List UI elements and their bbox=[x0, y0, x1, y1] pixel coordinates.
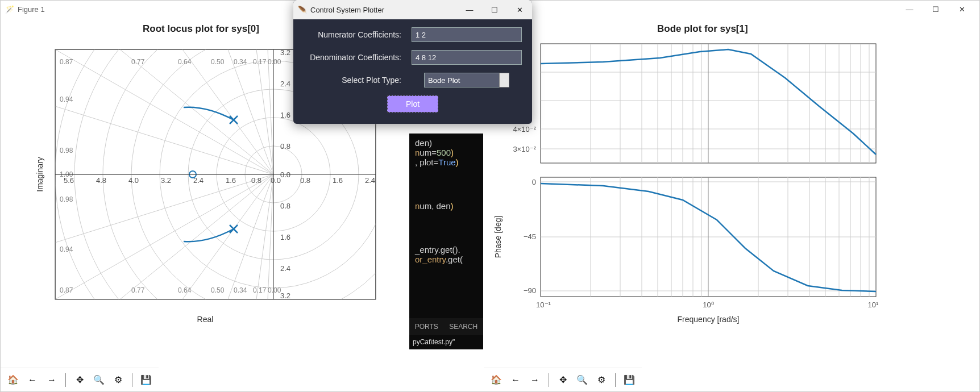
svg-text:0.17: 0.17 bbox=[253, 286, 267, 294]
figure-title: Figure 1 bbox=[18, 5, 45, 14]
svg-text:5.6: 5.6 bbox=[64, 176, 74, 185]
back-icon[interactable]: ← bbox=[23, 371, 41, 389]
svg-text:2.4: 2.4 bbox=[280, 264, 290, 273]
pan-icon[interactable]: ✥ bbox=[554, 371, 572, 389]
forward-icon[interactable]: → bbox=[43, 371, 61, 389]
svg-text:0.50: 0.50 bbox=[211, 286, 225, 294]
svg-text:0: 0 bbox=[532, 178, 536, 186]
svg-text:4.8: 4.8 bbox=[96, 176, 106, 185]
configure-icon[interactable]: ⚙ bbox=[109, 371, 127, 389]
svg-line-22 bbox=[55, 174, 273, 243]
pan-icon[interactable]: ✥ bbox=[70, 371, 89, 389]
svg-text:0.8: 0.8 bbox=[280, 142, 290, 151]
svg-text:2.4: 2.4 bbox=[280, 80, 290, 88]
numerator-input[interactable] bbox=[412, 27, 522, 42]
x-axis-label-right: Frequency [rad/s] bbox=[678, 315, 740, 324]
phase-axis-label: Phase [deg] bbox=[493, 216, 503, 258]
feather-icon: 🪶 bbox=[298, 6, 307, 14]
svg-text:10⁰: 10⁰ bbox=[703, 301, 713, 309]
svg-text:3.2: 3.2 bbox=[280, 48, 290, 57]
svg-line-11 bbox=[182, 49, 273, 174]
chevron-down-icon[interactable]: ▾ bbox=[499, 73, 509, 87]
svg-text:2.4: 2.4 bbox=[365, 176, 375, 185]
y-axis-label: Imaginary bbox=[35, 157, 44, 191]
maximize-button[interactable]: ☐ bbox=[482, 0, 507, 19]
tab-ports[interactable]: PORTS bbox=[415, 323, 438, 331]
svg-text:0.77: 0.77 bbox=[131, 58, 145, 66]
svg-text:0.98: 0.98 bbox=[60, 195, 73, 203]
code-editor-fragment: den) num=500) , plot=True) num, den) _en… bbox=[409, 134, 483, 338]
save-icon[interactable]: 💾 bbox=[620, 371, 638, 389]
minimize-button[interactable]: — bbox=[896, 1, 923, 18]
svg-text:0.8: 0.8 bbox=[300, 176, 310, 185]
svg-text:1.6: 1.6 bbox=[333, 176, 343, 185]
svg-line-9 bbox=[55, 49, 273, 174]
svg-text:10¹: 10¹ bbox=[868, 301, 879, 309]
svg-text:0.00: 0.00 bbox=[268, 58, 281, 66]
maximize-button[interactable]: ☐ bbox=[923, 1, 949, 18]
svg-text:0.34: 0.34 bbox=[234, 58, 247, 66]
tab-search[interactable]: SEARCH bbox=[449, 323, 477, 331]
svg-text:0.87: 0.87 bbox=[60, 58, 73, 66]
svg-text:10⁻¹: 10⁻¹ bbox=[536, 301, 551, 309]
close-button[interactable]: ✕ bbox=[507, 0, 532, 19]
home-icon[interactable]: 🏠 bbox=[4, 371, 22, 389]
svg-text:0.00: 0.00 bbox=[268, 286, 281, 294]
type-label: Select Plot Type: bbox=[304, 76, 412, 85]
back-icon[interactable]: ← bbox=[506, 371, 525, 389]
right-plot-title: Bode plot for sys[1] bbox=[657, 23, 748, 35]
svg-text:0.64: 0.64 bbox=[178, 286, 192, 294]
svg-text:0.98: 0.98 bbox=[60, 147, 73, 155]
svg-text:0.94: 0.94 bbox=[60, 95, 73, 103]
svg-text:0.94: 0.94 bbox=[60, 245, 73, 253]
svg-text:0.34: 0.34 bbox=[234, 286, 247, 294]
minimize-button[interactable]: — bbox=[457, 0, 482, 19]
svg-text:3×10⁻²: 3×10⁻² bbox=[513, 145, 536, 153]
matplotlib-toolbar-right: 🏠 ← → ✥ 🔍 ⚙ 💾 bbox=[484, 368, 642, 391]
x-axis-label: Real bbox=[197, 315, 214, 324]
denominator-input[interactable] bbox=[412, 50, 522, 65]
terminal-fragment: pyCat\test.py" bbox=[409, 335, 483, 349]
svg-text:0.0: 0.0 bbox=[271, 176, 281, 185]
svg-text:0.87: 0.87 bbox=[60, 286, 73, 294]
matplotlib-toolbar-left: 🏠 ← → ✥ 🔍 ⚙ 💾 bbox=[1, 368, 159, 391]
left-plot-title: Root locus plot for sys[0] bbox=[143, 23, 259, 35]
svg-text:1.6: 1.6 bbox=[280, 233, 290, 241]
den-label: Denominator Coefficients: bbox=[304, 53, 412, 62]
svg-rect-25 bbox=[35, 299, 398, 328]
svg-text:3.2: 3.2 bbox=[280, 291, 290, 300]
svg-line-21 bbox=[55, 106, 273, 174]
home-icon[interactable]: 🏠 bbox=[487, 371, 505, 389]
configure-icon[interactable]: ⚙ bbox=[592, 371, 611, 389]
svg-text:1.6: 1.6 bbox=[226, 176, 236, 185]
svg-line-17 bbox=[182, 174, 273, 299]
svg-text:−90: −90 bbox=[524, 286, 536, 295]
svg-text:0.8: 0.8 bbox=[280, 202, 290, 210]
plot-button[interactable]: Plot bbox=[387, 95, 438, 112]
control-system-plotter-dialog: 🪶 Control System Plotter — ☐ ✕ Numerator… bbox=[293, 0, 532, 124]
svg-text:−45: −45 bbox=[524, 232, 536, 241]
app-icon: 🪄 bbox=[5, 5, 14, 14]
editor-tab-bar: PORTS SEARCH bbox=[409, 318, 483, 335]
svg-text:0.64: 0.64 bbox=[178, 58, 192, 66]
save-icon[interactable]: 💾 bbox=[137, 371, 155, 389]
svg-text:1.6: 1.6 bbox=[280, 111, 290, 119]
zoom-icon[interactable]: 🔍 bbox=[90, 371, 108, 389]
zoom-icon[interactable]: 🔍 bbox=[573, 371, 591, 389]
num-label: Numerator Coefficients: bbox=[304, 30, 412, 39]
svg-text:0.17: 0.17 bbox=[253, 58, 267, 66]
svg-text:4×10⁻²: 4×10⁻² bbox=[513, 125, 536, 134]
close-button[interactable]: ✕ bbox=[949, 1, 975, 18]
dialog-titlebar[interactable]: 🪶 Control System Plotter — ☐ ✕ bbox=[293, 0, 532, 19]
svg-line-15 bbox=[55, 174, 273, 299]
svg-text:0.50: 0.50 bbox=[211, 58, 225, 66]
dialog-title: Control System Plotter bbox=[310, 6, 384, 14]
bode-chart: 4×10⁻² 3×10⁻² 0 −45 −90 bbox=[489, 38, 887, 333]
svg-text:0.77: 0.77 bbox=[131, 286, 145, 294]
svg-text:4.0: 4.0 bbox=[128, 176, 139, 185]
plot-type-select[interactable] bbox=[424, 73, 509, 87]
svg-text:3.2: 3.2 bbox=[161, 176, 171, 185]
forward-icon[interactable]: → bbox=[526, 371, 544, 389]
svg-text:0.8: 0.8 bbox=[251, 176, 261, 185]
